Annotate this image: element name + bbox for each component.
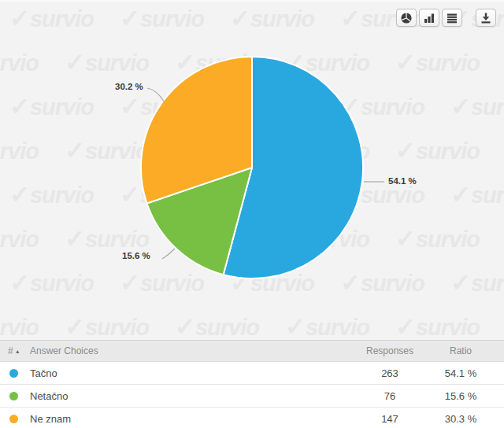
header-cell-answer: Answer Choices [30,345,354,356]
table-row: Netačno 76 15.6 % [0,385,504,408]
header-cell-index[interactable]: #▲ [0,345,30,356]
ratio-value: 54.1 % [425,367,496,379]
results-table: #▲ Answer Choices Responses Ratio Tačno … [0,340,504,428]
ratio-value: 15.6 % [425,390,496,402]
responses-value: 147 [354,413,425,425]
survey-results-screen: ✓survio✓survio✓survio✓survio✓survio✓surv… [0,0,504,428]
sort-ascending-icon: ▲ [15,349,20,354]
table-view-button[interactable] [442,9,462,27]
pie-label-tacno: 54.1 % [388,176,417,186]
answer-label: Netačno [30,390,354,402]
legend-dot-tacno [9,369,18,378]
table-row: Ne znam 147 30.3 % [0,408,504,428]
table-row: Tačno 263 54.1 % [0,362,504,385]
download-icon [480,12,492,24]
pie-chart-icon [400,12,413,24]
pie-label-neznam: 30.2 % [115,82,143,91]
label-connector-15 [162,249,175,259]
legend-dot-netacno [9,392,18,400]
pie-chart [0,2,504,340]
legend-dot-neznam [9,415,18,423]
index-header-label: # [8,345,13,356]
responses-value: 263 [354,367,425,379]
bar-chart-icon [423,12,435,24]
download-button[interactable] [476,9,496,27]
header-cell-responses: Responses [354,345,425,356]
pie-chart-view-button[interactable] [396,9,417,27]
ratio-value: 30.3 % [425,413,496,425]
pie-label-netacno: 15.6 % [122,251,150,260]
label-connector-30 [147,88,165,102]
bar-chart-view-button[interactable] [419,9,439,27]
table-list-icon [446,12,458,24]
answer-label: Tačno [30,367,354,379]
header-cell-ratio: Ratio [425,345,496,356]
answer-label: Ne znam [30,413,354,425]
responses-value: 76 [354,390,425,402]
chart-toolbar [394,9,496,27]
table-header-row: #▲ Answer Choices Responses Ratio [0,340,504,362]
